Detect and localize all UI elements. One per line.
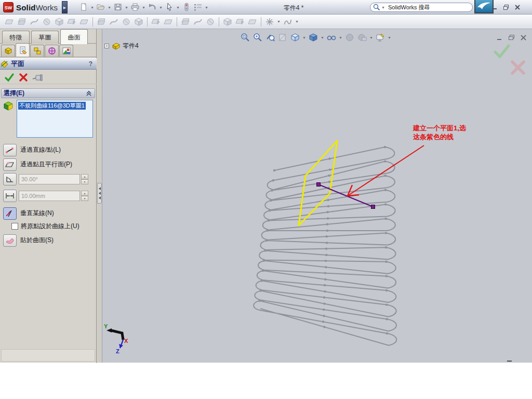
thicken-button[interactable]: [221, 16, 234, 28]
distance-icon[interactable]: [3, 190, 17, 202]
tab-草圖[interactable]: 草圖: [31, 31, 59, 44]
undo-caret[interactable]: ▾: [158, 5, 164, 10]
thickened-cut-button[interactable]: [234, 16, 246, 28]
hide-show-items-button[interactable]: [325, 32, 338, 43]
options-button[interactable]: [192, 2, 204, 13]
previous-view-button[interactable]: [264, 32, 276, 43]
doc-minimize-button[interactable]: [496, 34, 503, 41]
extend-surface-button[interactable]: [179, 16, 192, 28]
parallel-plane-icon[interactable]: [3, 158, 17, 171]
panel-splitter[interactable]: [97, 29, 102, 363]
search-icon: [373, 4, 380, 11]
view-orientation-caret[interactable]: ▾: [301, 35, 307, 40]
propertymanager-help[interactable]: ?: [89, 60, 92, 68]
zoom-to-fit-button[interactable]: [239, 32, 251, 43]
planar-surface-button[interactable]: [95, 16, 108, 28]
pin-button[interactable]: [32, 73, 44, 82]
freeform-button[interactable]: [78, 16, 90, 28]
doc-close-button[interactable]: [520, 34, 527, 41]
trim-surface-button[interactable]: [192, 16, 204, 28]
filled-surface-button[interactable]: [65, 16, 78, 28]
normal-to-curve-icon[interactable]: [3, 207, 17, 220]
panel-collapse-handle[interactable]: [97, 183, 102, 204]
tree-expand-icon[interactable]: +: [104, 44, 109, 48]
panel-tab-dimxpert[interactable]: [45, 45, 59, 57]
reference-geometry-caret[interactable]: ▾: [276, 19, 282, 24]
propertymanager-title: 平面: [11, 59, 24, 69]
display-style-button[interactable]: [307, 32, 320, 43]
restore-button[interactable]: [500, 3, 512, 11]
print-button[interactable]: [129, 2, 141, 13]
revolved-surface-button[interactable]: [16, 16, 28, 28]
extruded-surface-button[interactable]: [3, 16, 16, 28]
panel-tab-features[interactable]: [1, 45, 15, 57]
new-document-button[interactable]: [78, 2, 89, 13]
confirm-ok-watermark[interactable]: [493, 44, 511, 59]
search-box[interactable]: ▾ SolidWorks 搜尋: [370, 3, 473, 12]
search-input[interactable]: SolidWorks 搜尋: [388, 4, 430, 11]
display-style-caret[interactable]: ▾: [320, 35, 325, 40]
angle-field[interactable]: 30.00°: [19, 174, 80, 184]
doc-restore-button[interactable]: [508, 34, 515, 41]
delete-face-button[interactable]: [132, 16, 145, 28]
panel-tab-configurations[interactable]: [30, 45, 44, 57]
select-button[interactable]: [164, 2, 175, 13]
boundary-surface-button[interactable]: [53, 16, 65, 28]
apply-scene-caret[interactable]: ▾: [368, 35, 374, 40]
selection-listbox[interactable]: 不規則曲線116@3D草圖1: [17, 100, 93, 138]
option-through-line-point[interactable]: 通過直線/點(L): [3, 143, 96, 156]
apply-scene-button: [356, 32, 368, 43]
select-caret[interactable]: ▾: [175, 5, 181, 10]
hide-show-items-caret[interactable]: ▾: [338, 35, 343, 40]
knit-surface-button[interactable]: [204, 16, 217, 28]
angle-icon[interactable]: [3, 173, 17, 185]
option-normal-to-curve[interactable]: 垂直某線(N): [3, 207, 96, 220]
panel-tab-display[interactable]: [59, 45, 73, 57]
zoom-to-area-button[interactable]: [251, 32, 264, 43]
print-caret[interactable]: ▾: [141, 5, 147, 10]
on-surface-icon[interactable]: [3, 234, 17, 247]
through-line-point-icon[interactable]: [3, 144, 17, 156]
save-button[interactable]: [112, 2, 124, 13]
view-orientation-button[interactable]: [289, 32, 301, 43]
ok-button[interactable]: [4, 72, 15, 83]
tab-曲面[interactable]: 曲面: [60, 29, 88, 44]
swept-surface-button[interactable]: [28, 16, 41, 28]
origin-on-curve-option[interactable]: 將原點設於曲線上(U): [11, 221, 95, 231]
panel-tab-properties[interactable]: [16, 43, 30, 57]
untrim-surface-button[interactable]: [162, 16, 175, 28]
search-scope-caret[interactable]: ▾: [380, 5, 386, 10]
lofted-surface-button[interactable]: [41, 16, 53, 28]
offset-surface-button[interactable]: [108, 16, 120, 28]
reference-geometry-button[interactable]: [263, 16, 276, 28]
tab-特徵[interactable]: 特徵: [2, 31, 30, 44]
open-caret[interactable]: ▾: [107, 5, 112, 10]
graphics-viewport[interactable]: ▾▾▾▾▾ + 零件4 建立一个平面1,选 这条紫色的线 Y X: [102, 29, 532, 363]
distance-field[interactable]: 10.00mm: [19, 191, 80, 201]
origin-on-curve-checkbox[interactable]: [11, 223, 18, 230]
angle-spinner[interactable]: ▲▼: [81, 174, 88, 184]
new-document-caret[interactable]: ▾: [89, 5, 95, 10]
distance-spinner[interactable]: ▲▼: [81, 191, 88, 201]
replace-face-button[interactable]: [150, 16, 162, 28]
options-caret[interactable]: ▾: [204, 5, 209, 10]
selected-entity[interactable]: 不規則曲線116@3D草圖1: [18, 102, 86, 110]
confirm-cancel-watermark[interactable]: [510, 59, 526, 76]
undo-button[interactable]: [147, 2, 158, 13]
selection-group-header[interactable]: 選擇(E): [1, 88, 95, 98]
feature-tree-root[interactable]: + 零件4: [104, 42, 139, 50]
cancel-button[interactable]: [19, 73, 28, 82]
option-parallel-plane-at-point[interactable]: 通過點且平行面(P): [3, 158, 96, 171]
menu-expand-arrow[interactable]: ▶: [62, 1, 68, 14]
curves-caret[interactable]: ▾: [294, 19, 300, 24]
cut-with-surface-button[interactable]: [246, 16, 259, 28]
option-on-surface[interactable]: 貼於曲面(S): [3, 234, 96, 247]
view-settings-button[interactable]: [374, 32, 387, 43]
rebuild-button[interactable]: [181, 2, 192, 13]
ruled-surface-button[interactable]: [120, 16, 132, 28]
save-caret[interactable]: ▾: [124, 5, 129, 10]
curves-button[interactable]: [282, 16, 294, 28]
open-button[interactable]: [95, 2, 107, 13]
close-button[interactable]: [512, 3, 523, 11]
view-settings-caret[interactable]: ▾: [387, 35, 392, 40]
